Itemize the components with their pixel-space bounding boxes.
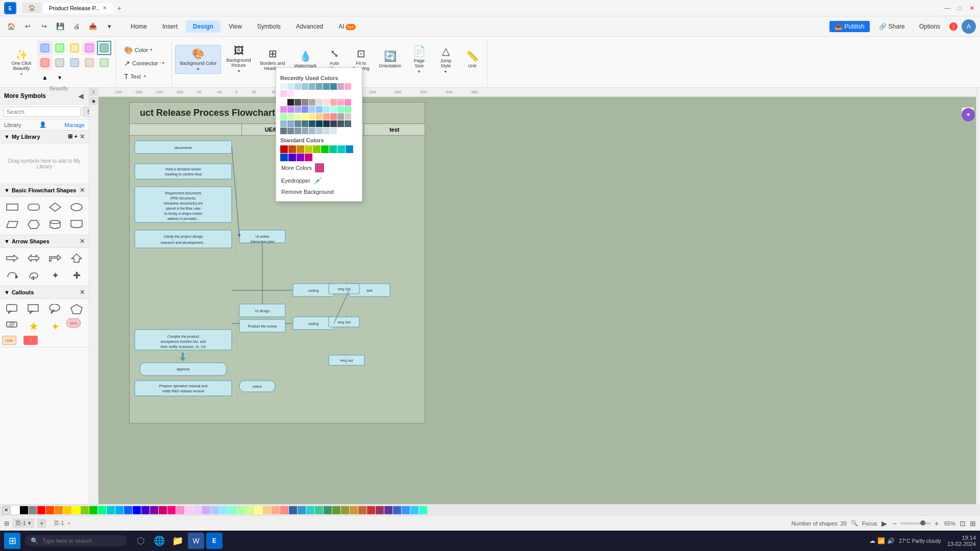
std-orange[interactable]	[297, 145, 304, 153]
palette-lgold[interactable]	[309, 113, 315, 120]
recent-color-8[interactable]	[330, 83, 337, 90]
colorbar-cell-32[interactable]	[289, 506, 297, 514]
recent-color-7[interactable]	[323, 83, 330, 90]
taskbar-word[interactable]: W	[188, 533, 204, 549]
background-picture-btn[interactable]: 🖼 BackgroundPicture ▾	[222, 43, 255, 76]
callout-line[interactable]	[2, 318, 22, 335]
palette-dnavy[interactable]	[323, 120, 330, 127]
arrow-circle-up[interactable]	[2, 267, 22, 284]
colorbar-cell-28[interactable]	[254, 506, 262, 514]
close-btn[interactable]: ✕	[968, 4, 976, 12]
std-violet[interactable]	[288, 154, 296, 161]
palette-lsky[interactable]	[316, 106, 323, 113]
tab-close-icon[interactable]: ✕	[103, 5, 107, 11]
save-btn[interactable]: 💾	[53, 19, 67, 34]
colorbar-cell-0[interactable]	[11, 506, 19, 514]
redo-btn[interactable]: ↪	[37, 19, 51, 34]
arrow-shapes-close[interactable]: ✕	[80, 238, 85, 245]
my-library-grid-icon[interactable]: ⊞	[68, 133, 72, 140]
callouts-header[interactable]: ▼ Callouts ✕	[0, 286, 89, 299]
search-input[interactable]	[3, 107, 81, 117]
options-btn[interactable]: Options	[914, 21, 945, 32]
fit-page-btn[interactable]: ⊡	[960, 519, 966, 528]
colorbar-cell-38[interactable]	[341, 506, 349, 514]
palette-charcoal[interactable]	[330, 120, 337, 127]
shape-option-2[interactable]	[53, 41, 67, 55]
palette-hpink[interactable]	[337, 99, 344, 106]
my-library-add-icon[interactable]: +	[75, 133, 78, 140]
colorbar-cell-17[interactable]	[159, 506, 167, 514]
palette-teal[interactable]	[302, 120, 308, 127]
colorbar-cell-47[interactable]	[419, 506, 427, 514]
palette-navy[interactable]	[316, 120, 323, 127]
colorbar-cell-35[interactable]	[315, 506, 323, 514]
palette-lsteelb[interactable]	[302, 128, 308, 134]
palette-dslate[interactable]	[337, 120, 344, 127]
palette-lgray[interactable]	[309, 99, 315, 106]
std-cyan[interactable]	[337, 145, 345, 153]
callout-2[interactable]	[23, 301, 44, 317]
zoom-slider[interactable]	[900, 522, 931, 524]
colorbar-cell-10[interactable]	[98, 506, 106, 514]
colorbar-cell-41[interactable]	[367, 506, 375, 514]
callout-tag[interactable]: !	[23, 336, 38, 345]
palette-vlgray[interactable]	[316, 99, 323, 106]
colorbar-cell-6[interactable]	[63, 506, 71, 514]
recent-color-1[interactable]	[280, 83, 287, 90]
callout-4[interactable]	[66, 301, 87, 317]
palette-slate[interactable]	[287, 120, 294, 127]
colorbar-cell-29[interactable]	[263, 506, 271, 514]
sidebar-collapse-btn[interactable]: ◀	[77, 91, 85, 101]
palette-gy[interactable]	[345, 113, 351, 120]
callout-star[interactable]: ★	[23, 318, 44, 335]
recent-color-2[interactable]	[287, 83, 294, 90]
page-indicator[interactable]: 页-1 ▾	[12, 518, 34, 528]
colorbar-cell-7[interactable]	[72, 506, 80, 514]
unit-btn[interactable]: 📏 Unit	[459, 48, 485, 70]
shape-option-6[interactable]	[38, 56, 52, 70]
callout-3[interactable]	[45, 301, 65, 317]
zoom-in-btn[interactable]: +	[933, 519, 940, 528]
user-avatar[interactable]: A	[962, 19, 976, 34]
menu-symbols[interactable]: Symbols	[250, 20, 288, 33]
color-dropdown-btn[interactable]: 🎨 Color ▾	[121, 44, 167, 56]
export-btn[interactable]: 📤	[86, 19, 100, 34]
palette-lgreen[interactable]	[345, 106, 351, 113]
palette-ygreen[interactable]	[287, 113, 294, 120]
more-btn[interactable]: ▾	[102, 19, 116, 34]
palette-yellow[interactable]	[302, 113, 308, 120]
tab-document[interactable]: Product Release P... ✕	[43, 3, 113, 13]
shape-doc[interactable]	[66, 216, 87, 233]
colorbar-cell-19[interactable]	[176, 506, 184, 514]
add-page-btn[interactable]: +	[37, 519, 46, 528]
palette-lightc[interactable]	[309, 128, 315, 134]
callout-oval[interactable]: text	[66, 318, 81, 328]
play-btn[interactable]: ▶	[881, 519, 887, 528]
std-yellow[interactable]	[305, 145, 312, 153]
palette-coral[interactable]	[330, 113, 337, 120]
shape-parallelogram[interactable]	[2, 216, 22, 233]
recent-color-11[interactable]	[280, 90, 287, 97]
colorbar-cell-11[interactable]	[107, 506, 115, 514]
shape-diamond[interactable]	[45, 199, 65, 215]
home-btn[interactable]: 🏠	[4, 19, 18, 34]
palette-white[interactable]	[280, 99, 287, 106]
colorbar-cell-42[interactable]	[376, 506, 384, 514]
palette-violet[interactable]	[280, 106, 287, 113]
shape-more-expand[interactable]: ▾	[53, 70, 67, 85]
arrow-double[interactable]	[23, 250, 44, 266]
find-shapes-btn[interactable]: 🔍	[851, 520, 858, 527]
palette-lpink[interactable]	[323, 99, 330, 106]
colorbar-cell-40[interactable]	[358, 506, 366, 514]
callout-1[interactable]	[2, 301, 22, 317]
recent-color-6[interactable]	[316, 83, 323, 90]
arrow-loop[interactable]	[23, 267, 44, 284]
std-red2[interactable]	[288, 145, 296, 153]
colorbar-cell-20[interactable]	[185, 506, 193, 514]
colorbar-cell-12[interactable]	[115, 506, 124, 514]
palette-dark1[interactable]	[295, 99, 301, 106]
my-library-section[interactable]: ▼ My Library ⊞ + ✕	[0, 131, 89, 143]
palette-cyan2[interactable]	[330, 106, 337, 113]
recent-color-5[interactable]	[309, 83, 315, 90]
palette-gx[interactable]	[337, 113, 344, 120]
